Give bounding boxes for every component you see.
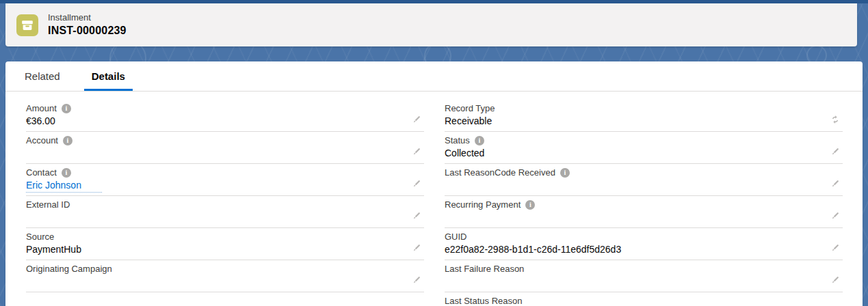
- field-row-record-type: Record Type Receivable: [445, 100, 843, 132]
- record-detail-panel: Related Details Amount i €36.00 Account …: [5, 61, 863, 306]
- field-value: €36.00: [26, 114, 424, 128]
- info-icon[interactable]: i: [560, 168, 570, 178]
- field-label: Last Status Reason: [445, 296, 522, 306]
- edit-button[interactable]: [830, 178, 841, 189]
- edit-button[interactable]: [830, 242, 841, 253]
- info-icon[interactable]: i: [62, 104, 71, 113]
- field-label: Account: [26, 135, 58, 145]
- edit-pencil-icon: [830, 243, 840, 253]
- field-row-last-status-reason: Last Status Reason: [445, 292, 843, 306]
- edit-pencil-icon: [412, 179, 421, 189]
- field-row-account: Account i: [26, 132, 424, 164]
- edit-pencil-icon: [412, 115, 421, 124]
- edit-button[interactable]: [411, 275, 422, 286]
- edit-button[interactable]: [830, 146, 841, 157]
- edit-pencil-icon: [412, 243, 421, 253]
- installment-box-icon: [16, 14, 38, 36]
- info-icon[interactable]: i: [62, 168, 71, 178]
- field-value: PaymentHub: [26, 242, 424, 256]
- field-label: Last Failure Reason: [445, 264, 524, 274]
- record-link[interactable]: Eric Johnson: [26, 179, 102, 193]
- tab-label: Details: [92, 70, 125, 82]
- record-header-text: Installment INST-00000239: [48, 12, 127, 38]
- edit-button[interactable]: [411, 146, 422, 157]
- field-value: Receivable: [445, 114, 843, 128]
- info-icon[interactable]: i: [525, 200, 535, 210]
- field-layout: Amount i €36.00 Account i: [5, 92, 863, 306]
- record-header: Installment INST-00000239: [5, 3, 857, 46]
- entity-label: Installment: [48, 12, 127, 23]
- field-row-source: Source PaymentHub: [26, 228, 424, 260]
- field-label: Amount: [26, 103, 57, 113]
- field-label: Contact: [26, 167, 57, 178]
- edit-button[interactable]: [830, 210, 841, 221]
- edit-pencil-icon: [830, 211, 840, 221]
- edit-pencil-icon: [830, 275, 840, 285]
- field-label: Last ReasonCode Received: [445, 167, 555, 178]
- tab-related[interactable]: Related: [17, 67, 68, 91]
- edit-pencil-icon: [830, 147, 840, 156]
- field-label: Recurring Payment: [445, 199, 521, 210]
- field-row-originating-campaign: Originating Campaign: [26, 260, 424, 292]
- field-value: e22f0a82-2988-b1d1-c26d-11e6df5d26d3: [445, 242, 843, 256]
- field-label: Originating Campaign: [26, 264, 112, 274]
- field-row-guid: GUID e22f0a82-2988-b1d1-c26d-11e6df5d26d…: [445, 228, 843, 260]
- field-label: GUID: [445, 232, 467, 242]
- edit-pencil-icon: [830, 179, 840, 189]
- tab-bar: Related Details: [5, 61, 863, 92]
- edit-pencil-icon: [412, 211, 421, 221]
- edit-pencil-icon: [412, 275, 421, 285]
- change-record-type-button[interactable]: [830, 114, 841, 125]
- tab-details[interactable]: Details: [84, 67, 133, 91]
- field-row-external-id: External ID: [26, 196, 424, 228]
- field-row-last-failure-reason: Last Failure Reason: [445, 260, 843, 292]
- field-column-left: Amount i €36.00 Account i: [26, 100, 424, 306]
- edit-button[interactable]: [411, 114, 422, 125]
- info-icon[interactable]: i: [63, 136, 73, 145]
- field-row-amount: Amount i €36.00: [26, 100, 424, 132]
- info-icon[interactable]: i: [475, 136, 484, 145]
- field-label: Source: [26, 232, 54, 242]
- field-label: External ID: [26, 199, 70, 210]
- field-row-contact: Contact i Eric Johnson: [26, 164, 424, 196]
- edit-pencil-icon: [412, 147, 421, 156]
- field-label: Status: [445, 135, 470, 145]
- field-row-last-reasoncode-received: Last ReasonCode Received i: [445, 164, 843, 196]
- tab-label: Related: [25, 70, 60, 82]
- field-row-status: Status i Collected: [445, 132, 843, 164]
- edit-button[interactable]: [411, 210, 422, 221]
- edit-button[interactable]: [411, 242, 422, 253]
- field-label: Record Type: [445, 103, 495, 113]
- change-record-type-icon: [830, 115, 840, 124]
- field-row-recurring-payment: Recurring Payment i: [445, 196, 843, 228]
- record-name: INST-00000239: [48, 24, 127, 38]
- field-value: Collected: [445, 146, 843, 160]
- edit-button[interactable]: [830, 275, 841, 286]
- edit-button[interactable]: [411, 178, 422, 189]
- field-column-right: Record Type Receivable Status i Collecte…: [445, 100, 843, 306]
